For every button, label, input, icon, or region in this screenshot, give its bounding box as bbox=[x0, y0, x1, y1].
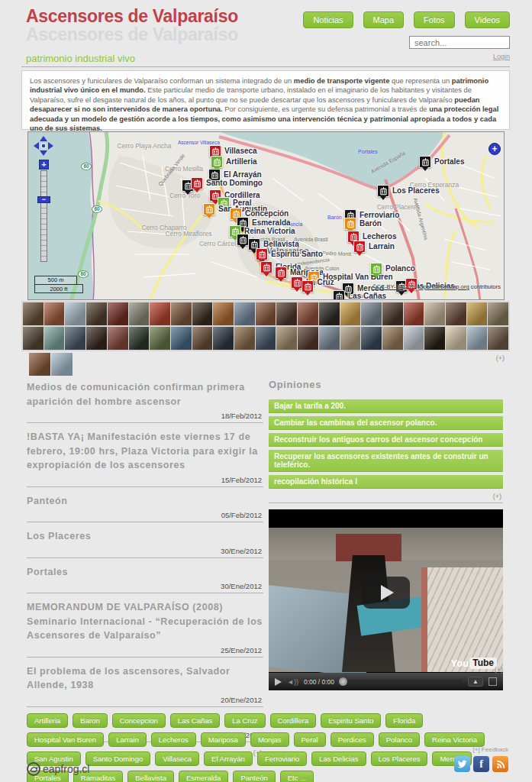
tag-button-las-delicias[interactable]: Las Delicias bbox=[311, 751, 366, 766]
photo-thumbnail[interactable] bbox=[65, 327, 85, 350]
opinion-bar[interactable]: recopilación histórica I bbox=[269, 475, 503, 489]
photo-thumbnail[interactable] bbox=[234, 302, 255, 325]
photo-thumbnail[interactable] bbox=[44, 327, 65, 350]
photo-thumbnail[interactable] bbox=[256, 302, 276, 325]
map[interactable]: Cerro Playa AnchaCerro MesillaCerro Toro… bbox=[27, 131, 505, 300]
photo-thumbnail[interactable] bbox=[424, 327, 445, 350]
tag-button-espiritu-santo[interactable]: Espiritu Santo bbox=[321, 713, 381, 728]
photo-thumbnail[interactable] bbox=[404, 302, 424, 325]
photo-thumbnail[interactable] bbox=[256, 327, 276, 350]
tag-button-concepcion[interactable]: Concepcion bbox=[112, 713, 166, 728]
video-play-control[interactable] bbox=[275, 678, 282, 686]
tag-button-la-cruz[interactable]: La Cruz bbox=[224, 713, 265, 728]
tag-button-baron[interactable]: Baron bbox=[73, 713, 107, 728]
photo-thumbnail[interactable] bbox=[108, 327, 128, 350]
gallery-more-link[interactable]: (+) bbox=[496, 354, 505, 362]
photo-thumbnail[interactable] bbox=[171, 302, 192, 325]
map-marker-larrain[interactable]: Larrain bbox=[353, 241, 366, 253]
map-marker-los-placeres[interactable]: Los Placeres bbox=[377, 185, 389, 197]
tag-button-polanco[interactable]: Polanco bbox=[379, 732, 420, 747]
photo-thumbnail[interactable] bbox=[213, 327, 234, 350]
photo-thumbnail[interactable] bbox=[213, 302, 234, 325]
map-marker-portales[interactable]: Portales bbox=[419, 156, 431, 168]
photo-thumbnail[interactable] bbox=[108, 302, 128, 325]
map-marker-las-ca-as[interactable]: Las Cañas bbox=[333, 290, 345, 300]
photo-thumbnail[interactable] bbox=[29, 353, 50, 376]
tag-button-etc[interactable]: Etc ... bbox=[280, 771, 314, 782]
photo-thumbnail[interactable] bbox=[86, 327, 107, 350]
tag-button-peral[interactable]: Peral bbox=[294, 732, 326, 747]
photo-thumbnail[interactable] bbox=[23, 302, 44, 325]
photo-thumbnail[interactable] bbox=[467, 327, 488, 350]
zoom-in-button[interactable]: + bbox=[39, 160, 49, 170]
map-marker[interactable] bbox=[301, 280, 314, 292]
news-item[interactable]: Los Placeres30/Ene/2012 bbox=[27, 529, 263, 558]
photo-thumbnail[interactable] bbox=[340, 327, 361, 350]
tag-button-esmeralda[interactable]: Esmeralda bbox=[179, 771, 228, 782]
map-marker-florida[interactable]: Florida bbox=[260, 261, 272, 273]
twitter-icon[interactable] bbox=[454, 756, 470, 772]
tag-button-villaseca[interactable]: Villaseca bbox=[155, 751, 199, 766]
tag-button-monjas[interactable]: Monjas bbox=[250, 732, 289, 747]
zoom-slider-handle[interactable]: − bbox=[37, 196, 50, 203]
fullscreen-icon[interactable] bbox=[488, 677, 497, 686]
photo-thumbnail[interactable] bbox=[23, 327, 44, 350]
photo-thumbnail[interactable] bbox=[298, 302, 318, 325]
zoom-slider-track[interactable] bbox=[40, 170, 47, 262]
rss-icon[interactable] bbox=[492, 756, 508, 772]
news-item[interactable]: Portales30/Ene/2012 bbox=[27, 565, 263, 594]
video-more-link[interactable]: (+) bbox=[495, 666, 503, 674]
tag-button-el-array-n[interactable]: El Arrayán bbox=[204, 751, 253, 766]
photo-thumbnail[interactable] bbox=[192, 302, 213, 325]
tag-button-larrain[interactable]: Larrain bbox=[108, 732, 147, 747]
photo-thumbnail[interactable] bbox=[361, 327, 382, 350]
tag-button-las-ca-as[interactable]: Las Cañas bbox=[170, 713, 220, 728]
news-item[interactable]: Panteón05/Feb/2012 bbox=[27, 494, 263, 523]
photo-thumbnail[interactable] bbox=[488, 327, 508, 350]
opinion-bar[interactable]: Reconstruir los antiguos carros del asce… bbox=[269, 433, 503, 447]
tag-button-pante-n[interactable]: Panteón bbox=[233, 771, 275, 782]
map-marker-esp-ritu-santo[interactable]: Espíritu Santo bbox=[256, 248, 268, 260]
photo-thumbnail[interactable] bbox=[467, 302, 488, 325]
photo-thumbnail[interactable] bbox=[150, 302, 170, 325]
photo-thumbnail[interactable] bbox=[404, 327, 424, 350]
opinion-bar[interactable]: Cambiar las cambinas del ascensor polanc… bbox=[269, 416, 503, 430]
attribution-osm-link[interactable]: OpenStreetMap.org bbox=[419, 283, 469, 290]
map-marker[interactable] bbox=[237, 234, 249, 246]
photo-thumbnail[interactable] bbox=[129, 327, 150, 350]
tag-button-reina-victoria[interactable]: Reina Victoria bbox=[424, 732, 485, 747]
login-link[interactable]: Login bbox=[493, 53, 510, 60]
nav-button-videos[interactable]: Videos bbox=[465, 11, 510, 28]
tag-button-ferroviario[interactable]: Ferroviario bbox=[257, 751, 307, 766]
photo-thumbnail[interactable] bbox=[234, 327, 255, 350]
photo-thumbnail[interactable] bbox=[276, 302, 297, 325]
photo-thumbnail[interactable] bbox=[276, 327, 297, 350]
video-quality-button[interactable]: ▲ bbox=[468, 677, 483, 687]
photo-thumbnail[interactable] bbox=[298, 327, 318, 350]
map-marker-bar-n[interactable]: Barón bbox=[344, 218, 356, 230]
tag-button-bellavista[interactable]: Bellavista bbox=[127, 771, 174, 782]
photo-thumbnail[interactable] bbox=[424, 302, 445, 325]
tag-button-mariposa[interactable]: Mariposa bbox=[201, 732, 246, 747]
photo-thumbnail[interactable] bbox=[319, 302, 340, 325]
news-item[interactable]: Medios de comunicación confirman primera… bbox=[27, 380, 263, 423]
photo-thumbnail[interactable] bbox=[446, 327, 466, 350]
video-scrubber[interactable] bbox=[339, 677, 347, 686]
map-marker-san-augustin[interactable]: San Augustin bbox=[203, 203, 215, 215]
tag-button-perdices[interactable]: Perdices bbox=[330, 732, 374, 747]
opinions-more-link[interactable]: (+) bbox=[269, 492, 503, 502]
photo-thumbnail[interactable] bbox=[361, 302, 382, 325]
search-input[interactable] bbox=[409, 36, 510, 49]
nav-button-mapa[interactable]: Mapa bbox=[363, 11, 405, 28]
photo-thumbnail[interactable] bbox=[319, 327, 340, 350]
tag-button-los-placeres[interactable]: Los Placeres bbox=[371, 751, 428, 766]
feedback-link[interactable]: [+] Feedback bbox=[473, 746, 508, 753]
news-item[interactable]: MEMORANDUM DE VALPARAÍSO (2008) Seminari… bbox=[27, 600, 263, 658]
leapfrog-brand[interactable]: eapfrog.cl bbox=[27, 762, 89, 776]
tag-button-hospital-van-buren[interactable]: Hospital Van Buren bbox=[27, 732, 104, 747]
news-item[interactable]: El problema de los ascensores, Salvador … bbox=[27, 664, 263, 707]
photo-thumbnail[interactable] bbox=[150, 327, 170, 350]
map-pan-control[interactable] bbox=[33, 135, 54, 157]
map-marker-santo-domingo[interactable]: Santo Domingo bbox=[191, 177, 203, 189]
volume-icon[interactable]: ◄)) bbox=[287, 678, 298, 686]
